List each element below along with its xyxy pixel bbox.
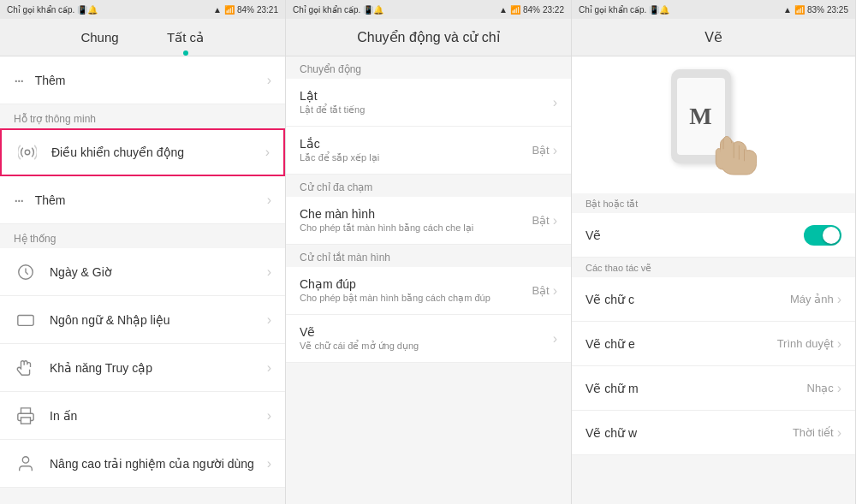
ve-toggle-switch[interactable] (804, 225, 841, 246)
svg-point-11 (22, 456, 28, 462)
wifi-icon-3: ▲ (783, 5, 792, 15)
status-text-2: Chỉ gọi khẩn cấp. (293, 5, 360, 15)
ve-toggle-label: Vẽ (586, 228, 804, 242)
svg-point-0 (25, 150, 30, 155)
hand-icon (14, 356, 38, 380)
list-item-print[interactable]: In ấn › (0, 392, 285, 440)
panel1-scroll: ··· Thêm › Hỗ trợ thông minh Điều khiển … (0, 56, 285, 504)
panel-settings: Chỉ gọi khẩn cấp. 📳🔔 ▲ 📶 84% 23:21 Chung… (0, 0, 286, 504)
motion-text-ve: Vẽ Vẽ chữ cái để mở ứng dụng (300, 325, 553, 352)
chevron-che: › (553, 213, 557, 228)
status-left-1: Chỉ gọi khẩn cấp. 📳🔔 (7, 5, 98, 15)
status-text-1: Chỉ gọi khẩn cấp. (7, 5, 74, 15)
time-2: 23:22 (543, 5, 564, 15)
chevron-lat: › (553, 95, 557, 110)
ve-toggle-row: Vẽ (572, 213, 855, 258)
status-left-2: Chỉ gọi khẩn cấp. 📳🔔 (293, 5, 383, 15)
list-item-them1[interactable]: ··· Thêm › (0, 56, 285, 104)
signal-icon-3: 📶 (794, 5, 805, 15)
motion-icon (15, 140, 39, 164)
tab-chung[interactable]: Chung (57, 19, 143, 56)
chevron-icon-3: › (267, 193, 271, 208)
chevron-lac: › (553, 143, 557, 158)
motion-item-cham[interactable]: Chạm đúp Cho phép bật màn hình bằng cách… (286, 267, 571, 315)
battery-3: 83% (807, 5, 824, 15)
panel2-scroll: Chuyển động Lật Lật để tắt tiếng › Lắc L… (286, 56, 571, 504)
wifi-icon: ▲ (213, 5, 222, 15)
ve-illustration: M (572, 56, 855, 193)
motion-item-ve[interactable]: Vẽ Vẽ chữ cái để mở ứng dụng › (286, 315, 571, 363)
battery-1: 84% (237, 5, 254, 15)
chevron-cham: › (553, 283, 557, 299)
ve-list-item-c[interactable]: Vẽ chữ c Máy ảnh › (572, 277, 855, 322)
ve-section-list-header: Các thao tác vẽ (572, 258, 855, 277)
time-1: 23:21 (257, 5, 278, 15)
tab-group-1: Chung Tất cả (57, 19, 229, 56)
chevron-icon-7: › (267, 408, 271, 424)
chevron-icon-6: › (267, 360, 271, 376)
chevron-icon-2: › (265, 145, 270, 160)
ve-list-item-e[interactable]: Vẽ chữ e Trình duyệt › (572, 322, 855, 366)
chevron-icon-1: › (267, 73, 271, 88)
list-item-them2[interactable]: ··· Thêm › (0, 176, 285, 224)
keyboard-icon (14, 308, 38, 332)
list-item-accessibility[interactable]: Khả năng Truy cập › (0, 344, 285, 392)
tab-tatca[interactable]: Tất cả (143, 19, 229, 56)
list-item-language[interactable]: Ngôn ngữ & Nhập liệu › (0, 296, 285, 344)
ve-list-item-w[interactable]: Vẽ chữ w Thời tiết › (572, 411, 855, 455)
status-bar-2: Chỉ gọi khẩn cấp. 📳🔔 ▲ 📶 84% 23:22 (286, 0, 571, 19)
status-icons-2: 📳🔔 (363, 5, 383, 15)
time-3: 23:25 (827, 5, 848, 15)
motion-text-che: Che màn hình Cho phép tắt màn hình bằng … (300, 207, 532, 234)
wifi-icon-2: ▲ (499, 5, 508, 15)
section-hethong: Hệ thống (0, 224, 285, 248)
motion-item-lac[interactable]: Lắc Lắc để sắp xếp lại Bật › (286, 127, 571, 175)
motion-item-lat[interactable]: Lật Lật để tắt tiếng › (286, 79, 571, 127)
panel-motion: Chỉ gọi khẩn cấp. 📳🔔 ▲ 📶 84% 23:22 Chuyể… (286, 0, 572, 504)
dots-icon-2: ··· (14, 190, 23, 210)
panel-ve: Chỉ gọi khẩn cấp. 📳🔔 ▲ 📶 83% 23:25 Vẽ M (572, 0, 856, 504)
motion-item-che[interactable]: Che màn hình Cho phép tắt màn hình bằng … (286, 197, 571, 245)
clock-icon (14, 260, 38, 284)
status-bar-3: Chỉ gọi khẩn cấp. 📳🔔 ▲ 📶 83% 23:25 (572, 0, 855, 19)
status-left-3: Chỉ gọi khẩn cấp. 📳🔔 (579, 5, 669, 15)
list-item-experience[interactable]: Nâng cao trải nghiệm của người dùng › (0, 440, 285, 488)
ve-list-item-m[interactable]: Vẽ chữ m Nhạc › (572, 366, 855, 411)
nav-bar-3: Vẽ (572, 19, 855, 56)
status-icons-1: 📳🔔 (77, 5, 98, 15)
status-right-2: ▲ 📶 84% 23:22 (499, 5, 564, 15)
list-item-datetime[interactable]: Ngày & Giờ › (0, 248, 285, 296)
chevron-icon-5: › (267, 312, 271, 328)
svg-rect-10 (21, 417, 31, 423)
status-text-3: Chỉ gọi khẩn cấp. (579, 5, 646, 15)
signal-icon: 📶 (224, 5, 235, 15)
print-icon (14, 404, 38, 428)
status-right-3: ▲ 📶 83% 23:25 (783, 5, 848, 15)
signal-icon-2: 📶 (510, 5, 520, 15)
nav-bar-1: Chung Tất cả (0, 19, 285, 56)
chevron-e: › (837, 336, 841, 352)
dots-icon-1: ··· (14, 70, 23, 90)
battery-2: 84% (523, 5, 540, 15)
ve-section-toggle-header: Bật hoặc tắt (572, 193, 855, 213)
chevron-m: › (837, 381, 841, 396)
panel2-title: Chuyển động và cử chỉ (357, 29, 500, 45)
motion-group-header-3: Cử chỉ tắt màn hình (286, 245, 571, 267)
status-right-1: ▲ 📶 84% 23:21 (213, 5, 278, 15)
chevron-icon-4: › (267, 264, 271, 280)
list-item-motion-control[interactable]: Điều khiển chuyển động › (0, 128, 285, 176)
nav-bar-2: Chuyển động và cử chỉ (286, 19, 571, 56)
chevron-icon-8: › (267, 456, 271, 471)
svg-rect-2 (18, 315, 33, 325)
status-bar-1: Chỉ gọi khẩn cấp. 📳🔔 ▲ 📶 84% 23:21 (0, 0, 285, 19)
motion-text-cham: Chạm đúp Cho phép bật màn hình bằng cách… (300, 277, 532, 304)
chevron-w: › (837, 425, 841, 441)
panel3-title: Vẽ (704, 29, 722, 45)
motion-group-header-1: Chuyển động (286, 56, 571, 79)
section-hotro: Hỗ trợ thông minh (0, 104, 285, 128)
chevron-ve: › (553, 331, 557, 347)
motion-group-header-2: Cử chỉ đa chạm (286, 175, 571, 197)
hand-svg (705, 121, 765, 181)
person-icon (14, 452, 38, 476)
phone-hand: M (663, 69, 765, 181)
